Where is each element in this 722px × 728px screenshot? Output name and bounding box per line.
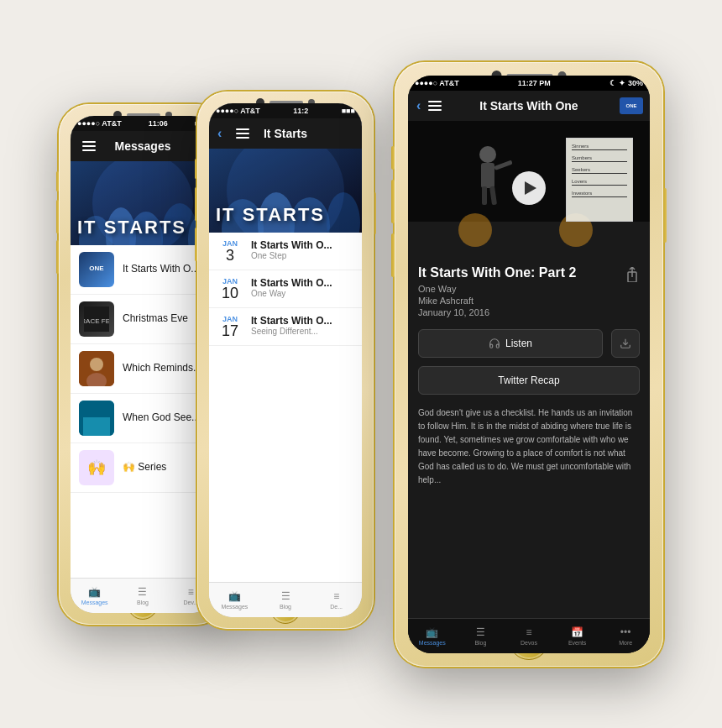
nav-title-middle: It Starts [264, 127, 307, 140]
carrier-middle: ●●●●○ AT&T [216, 107, 260, 115]
date-month-3: JAN [222, 315, 238, 323]
list-item[interactable]: 🙌 🙌 Series [71, 443, 215, 493]
twitter-recap-button[interactable]: Twitter Recap [418, 366, 640, 395]
tab-label-blog-right: Blog [474, 640, 486, 646]
tab-icon-dev-left: ≡ [185, 586, 196, 598]
bluetooth-icon: ✦ [619, 79, 625, 87]
svg-text:GRACE FELL: GRACE FELL [84, 317, 109, 325]
list-item[interactable]: Which Reminds... [71, 344, 215, 394]
tab-events-right[interactable]: 📅 Events [553, 626, 602, 646]
wb-line-2: Sumbers [572, 155, 627, 162]
hero-text-left: IT STARTS [77, 217, 186, 238]
nav-thumb-label: ONE [620, 97, 643, 114]
tab-bar-middle: 📺 Messages ☰ Blog ≡ De... [209, 582, 362, 617]
date-item-1[interactable]: JAN 3 It Starts With O... One Step [209, 233, 362, 270]
detail-content: It Starts With One: Part 2 One Way Mike … [408, 255, 650, 653]
tab-dev-middle[interactable]: ≡ De... [311, 590, 362, 610]
tab-blog-right[interactable]: ☰ Blog [457, 626, 505, 646]
date-content-2: It Starts With O... One Way [251, 277, 332, 298]
screen-right: ●●●●○ AT&T 11:27 PM ☾ ✦ 30% ‹ [408, 76, 650, 653]
tab-more-right[interactable]: ••• More [601, 626, 650, 646]
item-title-1: It Starts With O... [123, 263, 199, 276]
thumb-2: GRACE FELL [79, 301, 114, 337]
battery-right: 30% [628, 79, 643, 87]
time-left: 11:06 [149, 119, 168, 128]
listen-button[interactable]: Listen [418, 329, 603, 358]
play-button[interactable] [512, 171, 546, 205]
list-item[interactable]: When God See... [71, 394, 215, 443]
date-day-3: 17 [222, 323, 238, 338]
download-button[interactable] [611, 329, 640, 358]
tab-icon-messages-left: 📺 [89, 586, 101, 598]
tab-devos-right[interactable]: ≡ Devos [505, 626, 553, 646]
date-month-2: JAN [222, 277, 238, 285]
status-bar-right: ●●●●○ AT&T 11:27 PM ☾ ✦ 30% [408, 76, 650, 91]
hero-text-middle: IT STARTS [216, 204, 325, 226]
hamburger-menu-left[interactable] [79, 138, 99, 155]
thumb-5: 🙌 [79, 450, 114, 485]
wb-line-1: Sinners [572, 144, 627, 150]
back-button-right[interactable]: ‹ [416, 98, 421, 113]
tab-icon-blog-mid: ☰ [280, 590, 291, 602]
status-right-info: ☾ ✦ 30% [610, 79, 643, 87]
carrier-right: ●●●●○ AT&T [415, 79, 459, 87]
tab-label-dev-left: Dev... [183, 600, 198, 605]
thumb-4 [79, 401, 114, 436]
nav-bar-right: ‹ It Starts With One ONE [408, 91, 650, 121]
time-middle: 11:2 [293, 107, 308, 115]
whiteboard: Sinners Sumbers Seekers Lovers Investors [566, 138, 633, 222]
item-title-2: Christmas Eve [123, 312, 188, 326]
date-subtitle-1: One Step [251, 251, 332, 260]
tab-icon-more-right: ••• [620, 626, 631, 638]
svg-point-24 [458, 213, 492, 247]
thumb-label-1: ONE [89, 265, 103, 273]
hero-middle: IT STARTS [209, 149, 362, 233]
date-month-1: JAN [222, 239, 238, 248]
wb-line-3: Seekers [572, 167, 627, 174]
tab-messages-right[interactable]: 📺 Messages [408, 626, 457, 646]
right-screen-content: ●●●●○ AT&T 11:27 PM ☾ ✦ 30% ‹ [408, 76, 650, 653]
tab-messages-middle[interactable]: 📺 Messages [209, 590, 260, 610]
video-area: Sinners Sumbers Seekers Lovers Investors [408, 121, 650, 255]
hamburger-menu-middle[interactable] [233, 125, 253, 142]
list-item[interactable]: GRACE FELL Christmas Eve [71, 295, 215, 344]
tab-icon-messages-mid: 📺 [228, 590, 240, 602]
tab-icon-events-right: 📅 [572, 626, 583, 638]
tab-blog-middle[interactable]: ☰ Blog [260, 590, 311, 610]
left-screen-content: ●●●●○ AT&T 11:06 ■■■ Messages [71, 116, 215, 613]
tab-messages-left[interactable]: 📺 Messages [71, 586, 118, 605]
date-item-2[interactable]: JAN 10 It Starts With O... One Way [209, 270, 362, 308]
date-item-3[interactable]: JAN 17 It Starts With O... Seeing Differ… [209, 308, 362, 346]
wb-line-4: Lovers [572, 179, 627, 186]
hamburger-menu-right[interactable] [428, 101, 442, 111]
date-subtitle-2: One Way [251, 289, 332, 298]
item-title-3: Which Reminds... [123, 362, 201, 375]
list-item[interactable]: ONE It Starts With O... [71, 245, 215, 295]
series-thumb-right: ONE [620, 97, 643, 114]
moon-icon: ☾ [610, 79, 616, 87]
back-button-middle[interactable]: ‹ [217, 126, 222, 141]
detail-subtitle-1: One Way [418, 284, 640, 294]
listen-label: Listen [505, 338, 532, 349]
when-god-thumb-svg [79, 401, 114, 436]
tab-label-messages-mid: Messages [221, 604, 248, 610]
date-title-1: It Starts With O... [251, 239, 332, 251]
tab-label-dev-mid: De... [330, 604, 343, 610]
tab-label-more-right: More [619, 640, 632, 646]
share-icon[interactable] [626, 267, 638, 285]
detail-subtitle-2: Mike Ashcraft [418, 296, 640, 306]
tab-icon-blog-right: ☰ [474, 626, 486, 638]
twitter-label: Twitter Recap [498, 374, 559, 386]
screen-left: ●●●●○ AT&T 11:06 ■■■ Messages [71, 116, 215, 613]
date-block-2: JAN 10 [217, 277, 243, 301]
status-bar-left: ●●●●○ AT&T 11:06 ■■■ [71, 116, 215, 131]
play-triangle-icon [525, 181, 536, 195]
thumb-3 [79, 351, 114, 386]
date-content-3: It Starts With O... Seeing Different... [251, 315, 332, 336]
which-thumb-svg [79, 351, 114, 386]
detail-actions: Listen [418, 329, 640, 358]
svg-rect-28 [482, 186, 487, 205]
tab-label-messages-right: Messages [419, 640, 446, 646]
tab-blog-left[interactable]: ☰ Blog [118, 586, 166, 605]
nav-bar-middle: ‹ It Starts [209, 118, 362, 149]
